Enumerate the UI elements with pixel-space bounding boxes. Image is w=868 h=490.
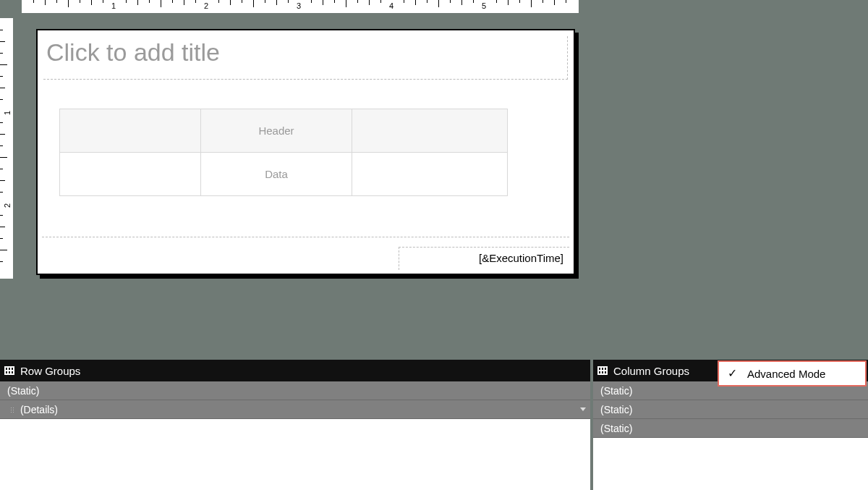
row-groups-title: Row Groups [20, 365, 80, 377]
advanced-mode-menu[interactable]: ✓ Advanced Mode [718, 360, 867, 386]
tablix-header-cell[interactable] [352, 109, 508, 153]
column-group-label: (Static) [600, 404, 632, 415]
row-group-item[interactable]: (Static) [0, 381, 590, 400]
tablix-data-row[interactable]: Data [60, 153, 508, 196]
row-group-label: (Static) [7, 385, 39, 397]
row-group-item[interactable]: (Details) [0, 400, 590, 419]
chevron-down-icon[interactable] [580, 407, 586, 411]
column-groups-list: (Static) (Static) (Static) [593, 381, 868, 490]
vertical-ruler[interactable]: 1 2 [0, 18, 13, 279]
advanced-mode-label: Advanced Mode [747, 368, 825, 380]
tablix-data-cell[interactable] [352, 153, 508, 196]
horizontal-ruler[interactable]: 1 2 3 4 5 [22, 0, 579, 13]
column-group-label: (Static) [600, 423, 632, 434]
grid-icon [597, 366, 608, 375]
row-group-label: (Details) [20, 404, 58, 415]
drag-handle-icon [10, 407, 14, 414]
checkmark-icon: ✓ [728, 368, 737, 379]
column-group-item[interactable]: (Static) [593, 400, 868, 419]
grouping-pane: Row Groups (Static) (Details) Column Gro… [0, 360, 868, 490]
body-footer-separator [42, 237, 569, 237]
row-groups-panel: Row Groups (Static) (Details) [0, 360, 593, 490]
execution-time-textbox[interactable]: [&ExecutionTime] [399, 247, 569, 270]
report-title-placeholder[interactable]: Click to add title [43, 36, 568, 80]
tablix-header-cell[interactable]: Header [200, 109, 352, 153]
grid-icon [4, 366, 14, 375]
tablix-data-cell[interactable] [60, 153, 201, 196]
column-groups-panel: Column Groups (Static) (Static) (Static)… [593, 360, 868, 490]
tablix-header-cell[interactable] [60, 109, 201, 153]
tablix[interactable]: Header Data [59, 109, 508, 196]
column-group-item[interactable]: (Static) [593, 419, 868, 438]
row-groups-list: (Static) (Details) [0, 381, 590, 490]
row-groups-header[interactable]: Row Groups [0, 360, 590, 381]
column-groups-title: Column Groups [613, 365, 689, 377]
column-group-label: (Static) [600, 385, 632, 397]
tablix-data-cell[interactable]: Data [200, 153, 352, 196]
ruler-v-label: 1 [3, 111, 12, 115]
tablix-header-row[interactable]: Header [60, 109, 508, 153]
report-design-surface[interactable]: Click to add title Header Data [&Executi… [36, 29, 575, 275]
ruler-v-label: 2 [3, 203, 12, 208]
